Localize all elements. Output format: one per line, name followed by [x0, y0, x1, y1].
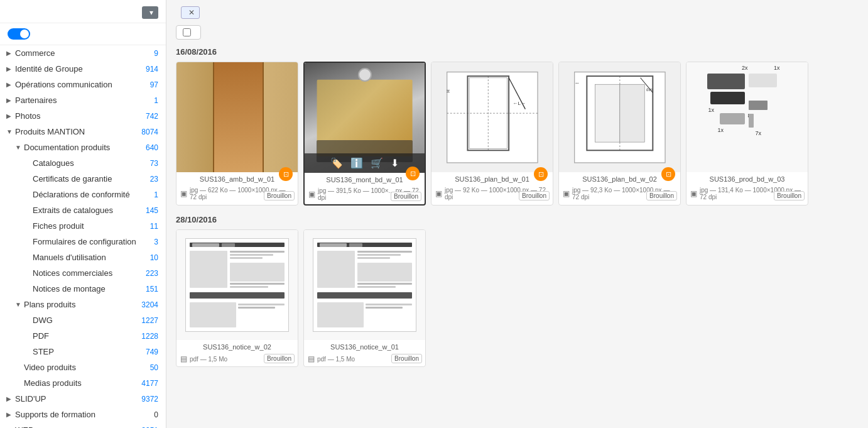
orange-badge-plan1[interactable]: ⊡: [534, 167, 548, 181]
sidebar-item-supports[interactable]: ▶Supports de formation0: [0, 407, 166, 422]
nav-count-medias: 4177: [139, 379, 158, 388]
nav-count-fiches: 11: [139, 222, 158, 231]
nav-arrow-slidup: ▶: [6, 395, 15, 402]
draft-badge-plan1: Brouillon: [519, 191, 550, 200]
card-img-amb: [176, 62, 298, 172]
sidebar-item-notices-mont[interactable]: Notices de montage151: [0, 281, 166, 297]
sidebar-item-partenaires[interactable]: ▶Partenaires1: [0, 92, 166, 108]
close-filter-icon[interactable]: ✕: [188, 8, 195, 17]
nav-count-catalogues: 73: [139, 159, 158, 168]
info-icon[interactable]: ℹ️: [350, 157, 363, 169]
card-footer-plan1: ▣jpg — 92 Ko — 1000×1000 px — 72 dpiBrou…: [431, 185, 553, 204]
select-all-checkbox[interactable]: [183, 28, 191, 36]
sidebar-item-produits[interactable]: ▼Produits MANTION8074: [0, 124, 166, 140]
card-notice01[interactable]: SUS136_notice_w_01▤pdf — 1,5 MoBrouillon: [303, 229, 426, 367]
sidebar-item-plans[interactable]: ▼Plans produits3204: [0, 297, 166, 312]
sidebar-item-web[interactable]: ▶WEB2951: [0, 422, 166, 428]
card-footer-plan2: ▣jpg — 92,3 Ko — 1000×1000 px — 72 dpiBr…: [559, 185, 680, 204]
card-name-notice01: SUS136_notice_w_01: [304, 340, 425, 353]
download-icon[interactable]: ⬇: [391, 157, 399, 169]
card-meta-notice02: pdf — 1,5 Mo: [190, 356, 227, 363]
date-label: 16/08/2016: [176, 47, 859, 57]
sidebar-item-identite[interactable]: ▶Identité de Groupe914: [0, 61, 166, 77]
nav-count-notices-mont: 151: [139, 285, 158, 294]
tag-icon[interactable]: 🏷️: [330, 157, 343, 169]
nav-label-notices-comm: Notices commerciales: [33, 268, 139, 278]
sidebar-item-step[interactable]: STEP749: [0, 344, 166, 359]
count-badge[interactable]: [176, 25, 201, 40]
sidebar-item-dwg[interactable]: DWG1227: [0, 312, 166, 328]
draft-badge-notice01: Brouillon: [391, 354, 422, 363]
sidebar-header: ▾: [0, 0, 166, 23]
nav-label-doc-produits: Documentation produits: [24, 143, 139, 152]
nav-label-plans: Plans produits: [24, 300, 139, 309]
date-section-28-10-2016: 28/10/2016: [176, 215, 859, 367]
nav-label-produits: Produits MANTION: [15, 127, 139, 136]
sidebar-item-certificats[interactable]: Certificats de garantie23: [0, 171, 166, 187]
orange-badge-amb[interactable]: ⊡: [279, 167, 293, 181]
card-plan1[interactable]: ←L→ H ⊡SUS136_plan_bd_w_01▣jpg — 92 Ko —…: [431, 62, 553, 206]
sidebar-item-fiches[interactable]: Fiches produit11: [0, 218, 166, 234]
card-mont[interactable]: 🏷️ ℹ️ 🛒 ⬇ ⊡SUS136_mont_bd_w_01▣jpg — 391…: [303, 62, 426, 206]
card-grid: ⊡SUS136_amb_bd_w_01▣jpg — 622 Ko — 1000×…: [176, 62, 859, 206]
card-img-prod: 2x 1x 1x 1x 8x: [686, 62, 808, 172]
nav-arrow-identite: ▶: [6, 65, 15, 72]
sidebar-item-formulaires[interactable]: Formulaires de configuration3: [0, 234, 166, 250]
nav-count-formulaires: 3: [139, 238, 158, 246]
nav-count-identite: 914: [139, 65, 158, 74]
sidebar-item-catalogues[interactable]: Catalogues73: [0, 155, 166, 171]
card-img-mont: 🏷️ ℹ️ 🛒 ⬇: [305, 63, 425, 173]
nav-count-step: 749: [139, 348, 158, 356]
card-notice02[interactable]: SUS136_notice_w_02▤pdf — 1,5 MoBrouillon: [176, 229, 298, 367]
draft-badge-plan2: Brouillon: [646, 191, 677, 200]
orange-badge-mont[interactable]: ⊡: [406, 167, 420, 180]
card-img-plan1: ←L→ H: [431, 62, 553, 172]
card-footer-mont: ▣jpg — 391,5 Ko — 1000×... px — 72 dpiBr…: [305, 185, 425, 204]
sidebar-item-photos[interactable]: ▶Photos742: [0, 108, 166, 124]
nav-count-pdf: 1228: [139, 332, 158, 341]
sidebar-item-video[interactable]: Video produits50: [0, 359, 166, 375]
card-amb[interactable]: ⊡SUS136_amb_bd_w_01▣jpg — 622 Ko — 1000×…: [176, 62, 298, 206]
search-filter-tag[interactable]: ✕: [181, 6, 200, 19]
nav-count-slidup: 9372: [139, 395, 158, 403]
sidebar-item-notices-comm[interactable]: Notices commerciales223: [0, 265, 166, 281]
nav-count-web: 2951: [139, 426, 158, 429]
nav-label-catalogues: Catalogues: [33, 158, 139, 168]
card-plan2[interactable]: ↕ dim ⊡SUS136_plan_bd_w_02▣jpg — 92,3 Ko…: [558, 62, 681, 206]
nav-label-fiches: Fiches produit: [33, 221, 139, 231]
file-type-icon-plan1: ▣: [435, 189, 442, 198]
sidebar-item-operations[interactable]: ▶Opérations communication97: [0, 77, 166, 92]
nav-count-plans: 3204: [139, 300, 158, 309]
options-button[interactable]: ▾: [142, 6, 158, 19]
sidebar-item-pdf[interactable]: PDF1228: [0, 328, 166, 344]
nav-label-commerce: Commerce: [15, 48, 139, 58]
card-prod[interactable]: 2x 1x 1x 1x 8x: [686, 62, 808, 206]
card-name-notice02: SUS136_notice_w_02: [176, 340, 298, 353]
date-section-16-08-2016: 16/08/2016⊡SUS136_amb_bd_w_01▣jpg — 622 …: [176, 47, 859, 206]
card-meta-notice01: pdf — 1,5 Mo: [317, 356, 355, 363]
nav-arrow-commerce: ▶: [6, 50, 15, 57]
nav-label-declarations: Déclarations de conformité: [33, 190, 139, 199]
nav-count-supports: 0: [139, 410, 158, 419]
sidebar-item-doc-produits[interactable]: ▼Documentation produits640: [0, 140, 166, 155]
nav-label-operations: Opérations communication: [15, 80, 139, 89]
subdossiers-toggle[interactable]: [8, 28, 30, 40]
sidebar-item-commerce[interactable]: ▶Commerce9: [0, 45, 166, 61]
sidebar-item-medias[interactable]: Medias produits4177: [0, 375, 166, 391]
sidebar-item-manuels[interactable]: Manuels d'utilisation10: [0, 250, 166, 265]
draft-badge-prod: Brouillon: [774, 191, 805, 200]
nav-label-extraits: Extraits de catalogues: [33, 206, 139, 215]
sidebar-item-declarations[interactable]: Déclarations de conformité1: [0, 187, 166, 202]
cart-icon[interactable]: 🛒: [371, 157, 383, 169]
nav-label-video: Video produits: [24, 363, 139, 372]
sidebar-item-extraits[interactable]: Extraits de catalogues145: [0, 202, 166, 218]
nav-label-slidup: SLID'UP: [15, 394, 139, 403]
nav-arrow-doc-produits: ▼: [15, 144, 24, 151]
card-name-prod: SUS136_prod_bd_w_03: [686, 172, 808, 185]
svg-rect-11: [595, 84, 619, 142]
file-type-icon-notice02: ▤: [180, 354, 187, 363]
main-content: ✕ 16/08/2016⊡SUS136_amb_bd_w_01▣jpg — 62…: [166, 0, 868, 428]
sidebar-item-slidup[interactable]: ▶SLID'UP9372: [0, 391, 166, 407]
card-img-notice01: [304, 230, 425, 340]
orange-badge-plan2[interactable]: ⊡: [661, 167, 675, 181]
